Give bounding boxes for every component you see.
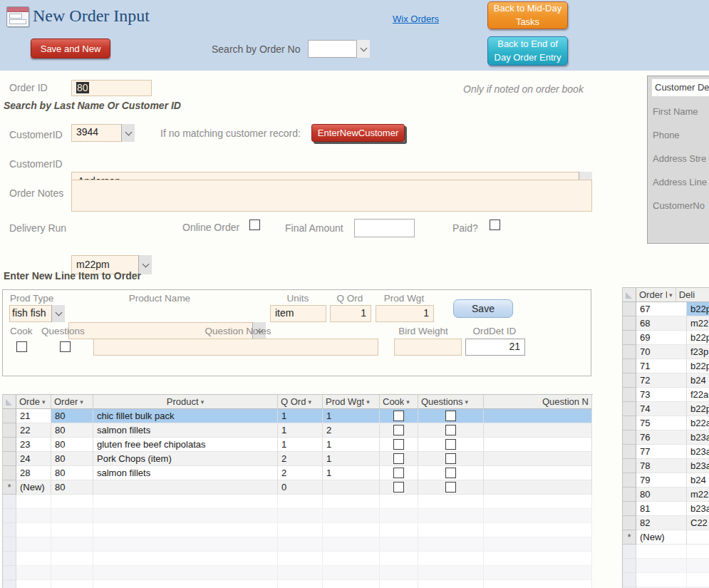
select-all-corner[interactable] <box>623 288 636 302</box>
row-selector[interactable] <box>623 388 636 402</box>
sort-filter-arrow-icon[interactable]: ▾ <box>366 398 370 406</box>
online-order-checkbox[interactable] <box>249 220 260 230</box>
checkbox[interactable] <box>445 439 456 450</box>
cell-question_notes[interactable] <box>484 452 592 466</box>
cell-prod_wgt[interactable]: 1 <box>323 452 380 466</box>
table-row[interactable]: *(New) <box>623 530 709 545</box>
cell-deli[interactable]: b22p <box>687 402 709 416</box>
table-row[interactable]: 80m22 <box>623 488 709 502</box>
table-row[interactable]: 77b23a <box>623 445 709 459</box>
cell-order_id[interactable]: (New) <box>636 530 687 545</box>
units-field[interactable]: item <box>270 305 326 322</box>
checkbox[interactable] <box>393 439 404 450</box>
cell-questions[interactable] <box>418 423 484 438</box>
chevron-down-icon[interactable] <box>121 124 135 142</box>
cell-deli[interactable]: b24 <box>687 373 709 388</box>
cell-deli[interactable]: b24 <box>687 473 709 488</box>
cell-deli[interactable]: b23a <box>687 445 709 459</box>
order-id-field[interactable]: 80 <box>71 80 152 96</box>
cell-order[interactable]: 80 <box>51 438 93 452</box>
cell-product[interactable]: chic fillet bulk pack <box>93 409 278 423</box>
cell-id[interactable]: 23 <box>16 438 51 452</box>
table-row[interactable]: 72b24 <box>623 373 709 388</box>
cell-product[interactable] <box>93 480 278 495</box>
column-header-question_notes[interactable]: Question N <box>484 395 592 409</box>
row-selector[interactable] <box>3 466 16 480</box>
cell-cook[interactable] <box>380 466 418 480</box>
cell-qord[interactable]: 1 <box>278 438 323 452</box>
cell-deli[interactable]: b23a <box>687 430 709 445</box>
prod-wgt-field[interactable]: 1 <box>376 305 434 322</box>
cell-deli[interactable]: C22 c <box>687 516 709 530</box>
table-row[interactable]: 76b23a <box>623 430 709 445</box>
sort-filter-arrow-icon[interactable]: ▾ <box>201 398 205 406</box>
row-selector[interactable] <box>623 359 636 373</box>
cell-id[interactable]: 28 <box>16 466 51 480</box>
cell-deli[interactable]: m22 <box>687 488 709 502</box>
sort-filter-arrow-icon[interactable]: ▾ <box>308 398 311 406</box>
row-selector[interactable] <box>623 459 636 473</box>
cell-qord[interactable]: 0 <box>278 480 323 495</box>
checkbox[interactable] <box>445 411 456 421</box>
prod-type-combo[interactable]: fish fish <box>9 305 65 322</box>
cell-order_id[interactable]: 75 <box>636 416 687 430</box>
checkbox[interactable] <box>445 482 456 492</box>
cell-cook[interactable] <box>380 423 418 438</box>
cell-order_id[interactable]: 70 <box>636 345 687 359</box>
order-notes-field[interactable] <box>71 180 592 212</box>
cell-order_id[interactable]: 76 <box>636 430 687 445</box>
table-row[interactable]: *(New)800 <box>3 480 593 495</box>
cell-question_notes[interactable] <box>484 466 592 480</box>
enter-new-customer-button[interactable]: EnterNewCustomer <box>311 124 405 142</box>
cell-qord[interactable]: 1 <box>278 409 323 423</box>
sort-filter-arrow-icon[interactable]: ▾ <box>80 398 83 406</box>
cell-question_notes[interactable] <box>484 409 592 423</box>
table-row[interactable]: 78b23a <box>623 459 709 473</box>
column-header-prod_wgt[interactable]: Prod Wgt▾ <box>323 395 380 409</box>
checkbox[interactable] <box>393 468 404 478</box>
row-selector[interactable] <box>623 488 636 502</box>
table-row[interactable]: 79b24 <box>623 473 709 488</box>
table-row[interactable]: 69b22p <box>623 331 709 345</box>
cell-deli[interactable] <box>687 530 709 545</box>
cell-id[interactable]: (New) <box>16 480 51 495</box>
column-header-order_id[interactable]: Order ID▾ <box>636 288 676 302</box>
row-selector[interactable] <box>623 402 636 416</box>
cook-checkbox[interactable] <box>16 341 27 352</box>
search-order-no-combo[interactable] <box>308 40 370 58</box>
checkbox[interactable] <box>445 468 456 478</box>
row-selector[interactable] <box>3 438 16 452</box>
cell-question_notes[interactable] <box>484 423 592 438</box>
qord-field[interactable]: 1 <box>330 305 371 322</box>
cell-order[interactable]: 80 <box>51 452 93 466</box>
cell-order_id[interactable]: 69 <box>636 331 687 345</box>
cell-cook[interactable] <box>380 438 418 452</box>
row-selector[interactable] <box>3 423 16 438</box>
orddet-id-field[interactable]: 21 <box>465 339 525 356</box>
row-selector[interactable] <box>623 345 636 359</box>
cell-questions[interactable] <box>418 438 484 452</box>
cell-deli[interactable]: b22p <box>687 302 709 316</box>
cell-question_notes[interactable] <box>484 480 592 495</box>
cell-deli[interactable]: b22p <box>687 359 709 373</box>
cell-order_id[interactable]: 81 <box>636 502 687 516</box>
cell-order[interactable]: 80 <box>51 466 93 480</box>
sort-filter-arrow-icon[interactable]: ▾ <box>465 398 469 406</box>
cell-order_id[interactable]: 74 <box>636 402 687 416</box>
table-row[interactable]: 74b22p <box>623 402 709 416</box>
cell-order_id[interactable]: 79 <box>636 473 687 488</box>
cell-qord[interactable]: 2 <box>278 466 323 480</box>
cell-order[interactable]: 80 <box>51 480 93 495</box>
table-row[interactable]: 2380gluten free beef chipolatas11 <box>3 438 593 452</box>
cell-id[interactable]: 24 <box>16 452 51 466</box>
cell-prod_wgt[interactable]: 2 <box>323 423 380 438</box>
save-line-item-button[interactable]: Save <box>453 299 513 318</box>
cell-cook[interactable] <box>380 452 418 466</box>
cell-deli[interactable]: b23a <box>687 502 709 516</box>
row-selector[interactable] <box>623 302 636 316</box>
cell-order_id[interactable]: 68 <box>636 316 687 331</box>
cell-cook[interactable] <box>380 409 418 423</box>
column-header-questions[interactable]: Questions▾ <box>418 395 484 409</box>
row-selector[interactable] <box>623 502 636 516</box>
cell-order_id[interactable]: 72 <box>636 373 687 388</box>
